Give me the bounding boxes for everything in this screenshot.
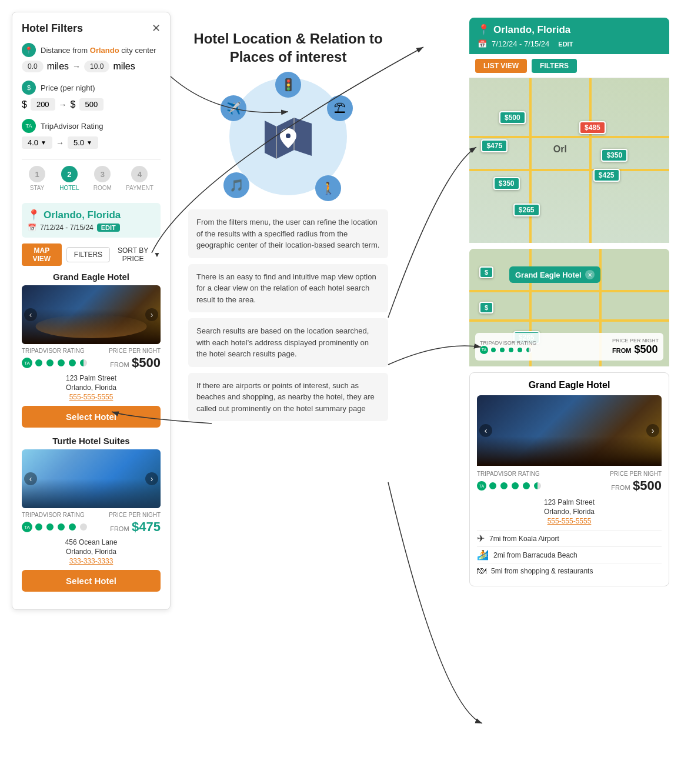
hotel-phone-2[interactable]: 333-333-3333 bbox=[22, 557, 161, 565]
star-1-1 bbox=[34, 358, 44, 368]
wizard-step-stay: 1 STAY bbox=[29, 166, 45, 191]
wizard-step-room: 3 ROOM bbox=[94, 166, 112, 191]
road-h-2 bbox=[469, 169, 669, 171]
map-pin-350-1[interactable]: $350 bbox=[601, 149, 627, 162]
beach-icon: ⛱ bbox=[327, 95, 353, 121]
map-svg bbox=[253, 106, 323, 165]
map-rating-section: TRIPADVISOR RATING TA bbox=[480, 340, 536, 354]
view-buttons: MAP VIEW FILTERS SORT BY PRICE ▼ bbox=[22, 243, 161, 266]
right-hotel-name: Grand Eagle Hotel bbox=[477, 380, 662, 391]
shopping-icon: 🍽 bbox=[477, 566, 486, 576]
location-name: 📍 Orlando, Florida bbox=[28, 209, 155, 221]
hotel-price-2: FROM $475 bbox=[110, 519, 161, 535]
map-pin-350-2[interactable]: $350 bbox=[493, 177, 520, 190]
directions-icon: 🚦 bbox=[275, 72, 301, 98]
hotel-address1-2: 456 Ocean Lane bbox=[22, 538, 161, 546]
location-date: 📅 7/12/24 - 7/15/24 EDIT bbox=[28, 223, 155, 232]
price-min[interactable]: 200 bbox=[31, 98, 55, 111]
right-hotel-prev[interactable]: ‹ bbox=[479, 424, 492, 437]
select-hotel-button-2[interactable]: Select Hotel bbox=[22, 570, 161, 592]
right-address2: Orlando, Florida bbox=[477, 508, 662, 516]
road-v-1 bbox=[529, 78, 532, 243]
star-2-5 bbox=[79, 522, 88, 532]
star-1-4 bbox=[68, 358, 77, 368]
right-hotel-next[interactable]: › bbox=[646, 424, 659, 437]
select-hotel-button-1[interactable]: Select Hotel bbox=[22, 406, 161, 428]
right-edit-badge[interactable]: EDIT bbox=[554, 40, 577, 48]
right-hotel-image: ‹ › bbox=[477, 395, 662, 466]
distance-unit-2: miles bbox=[113, 61, 135, 72]
hiking-icon: 🚶 bbox=[315, 175, 341, 201]
map-pin-425[interactable]: $425 bbox=[593, 169, 620, 182]
right-filters-button[interactable]: FILTERS bbox=[532, 59, 577, 73]
map-price-bar: TRIPADVISOR RATING TA PRICE PER NIGHT FR… bbox=[475, 333, 663, 361]
music-icon: 🎵 bbox=[223, 172, 249, 198]
right-buttons: LIST VIEW FILTERS bbox=[469, 54, 669, 78]
sort-button[interactable]: SORT BY PRICE ▼ bbox=[115, 246, 161, 263]
road-h-1 bbox=[469, 136, 669, 138]
calendar-icon: 📅 bbox=[28, 223, 36, 232]
center-panel: Hotel Location & Relation to Places of i… bbox=[188, 29, 388, 427]
map-stars: TA bbox=[480, 346, 536, 354]
distance-max[interactable]: 10.0 bbox=[84, 61, 109, 72]
range-arrow: → bbox=[72, 62, 81, 71]
hotel-phone-1[interactable]: 555-555-5555 bbox=[22, 393, 161, 401]
tripadvisor-icon: TA bbox=[22, 119, 36, 133]
price-icon: $ bbox=[22, 81, 36, 95]
map-pin-265-1[interactable]: $265 bbox=[513, 203, 540, 216]
hotel-rating-row-2: TRIPADVISOR RATING PRICE PER NIGHT bbox=[22, 512, 161, 518]
map2-pin-s[interactable]: $ bbox=[479, 266, 493, 278]
map-background-1: Orl $500 $475 $485 $350 $425 $350 $265 bbox=[469, 78, 669, 243]
list-view-button[interactable]: LIST VIEW bbox=[475, 59, 527, 73]
map-pin-475[interactable]: $475 bbox=[481, 139, 508, 152]
map2-pin-s2[interactable]: $ bbox=[479, 302, 493, 313]
right-ta-logo: TA bbox=[477, 481, 542, 491]
location-icon: 📍 bbox=[22, 43, 36, 57]
desc-box-2: There is an easy to find and intuitive m… bbox=[188, 264, 388, 313]
edit-badge[interactable]: EDIT bbox=[97, 223, 120, 232]
map-pin-500[interactable]: $500 bbox=[499, 111, 526, 124]
city-label: Orl bbox=[553, 144, 567, 155]
star-2-3 bbox=[56, 522, 66, 532]
tripadvisor-logo-2: TA bbox=[22, 522, 88, 532]
filters-button[interactable]: FILTERS bbox=[66, 247, 110, 262]
map-illustration bbox=[253, 106, 323, 167]
hotel-stars-row-2: TA FROM $475 bbox=[22, 519, 161, 535]
right-star-4 bbox=[522, 481, 531, 491]
wizard-steps: 1 STAY 2 HOTEL 3 ROOM 4 PAYMENT bbox=[22, 159, 161, 197]
right-stars-row: TA FROM $500 bbox=[477, 478, 662, 493]
tripadvisor-logo-1: TA bbox=[22, 358, 88, 368]
right-location: 📍 Orlando, Florida bbox=[478, 24, 661, 36]
city-highlight: Orlando bbox=[90, 46, 119, 55]
desc-box-3: Search results are based on the location… bbox=[188, 318, 388, 367]
rating-arrow: → bbox=[56, 138, 64, 148]
star-1-3 bbox=[56, 358, 66, 368]
right-header: 📍 Orlando, Florida 📅 7/12/24 - 7/15/24 E… bbox=[469, 18, 669, 54]
desc-box-4: If there are airports or points of inter… bbox=[188, 373, 388, 422]
right-star-1 bbox=[488, 481, 498, 491]
star-2-1 bbox=[34, 522, 44, 532]
rating-range: 4.0 ▼ → 5.0 ▼ bbox=[22, 136, 161, 149]
map-pin-485[interactable]: $485 bbox=[579, 121, 606, 134]
map-area-2: Grand Eagle Hotel ✕ $ $ $265 TRIPADVISOR… bbox=[469, 249, 669, 366]
hotel-image-1: ‹ › bbox=[22, 285, 161, 344]
map-view-button[interactable]: MAP VIEW bbox=[22, 243, 62, 266]
rating-max[interactable]: 5.0 ▼ bbox=[68, 136, 98, 149]
ta-badge-2: TA bbox=[22, 522, 32, 532]
hotel-card-1: Grand Eagle Hotel ‹ › TRIPADVISOR RATING… bbox=[22, 272, 161, 428]
hotel-filters-panel: Hotel Filters ✕ 📍 Distance from Orlando … bbox=[12, 12, 171, 610]
popup-close-button[interactable]: ✕ bbox=[585, 270, 595, 279]
right-phone[interactable]: 555-555-5555 bbox=[477, 517, 662, 525]
price-max[interactable]: 500 bbox=[79, 98, 104, 111]
wizard-step-hotel[interactable]: 2 HOTEL bbox=[59, 166, 79, 191]
wizard-step-payment: 4 PAYMENT bbox=[126, 166, 153, 191]
star-1-5 bbox=[79, 358, 88, 368]
right-calendar-icon: 📅 bbox=[478, 39, 487, 48]
distance-label: 📍 Distance from Orlando city center bbox=[22, 43, 161, 57]
price-label: $ Price (per night) bbox=[22, 81, 161, 95]
rating-min[interactable]: 4.0 ▼ bbox=[22, 136, 52, 149]
close-button[interactable]: ✕ bbox=[152, 22, 161, 35]
distance-min[interactable]: 0.0 bbox=[22, 61, 44, 72]
map-area-1: Orl $500 $475 $485 $350 $425 $350 $265 bbox=[469, 78, 669, 243]
location-header: 📍 Orlando, Florida 📅 7/12/24 - 7/15/24 E… bbox=[22, 203, 161, 238]
